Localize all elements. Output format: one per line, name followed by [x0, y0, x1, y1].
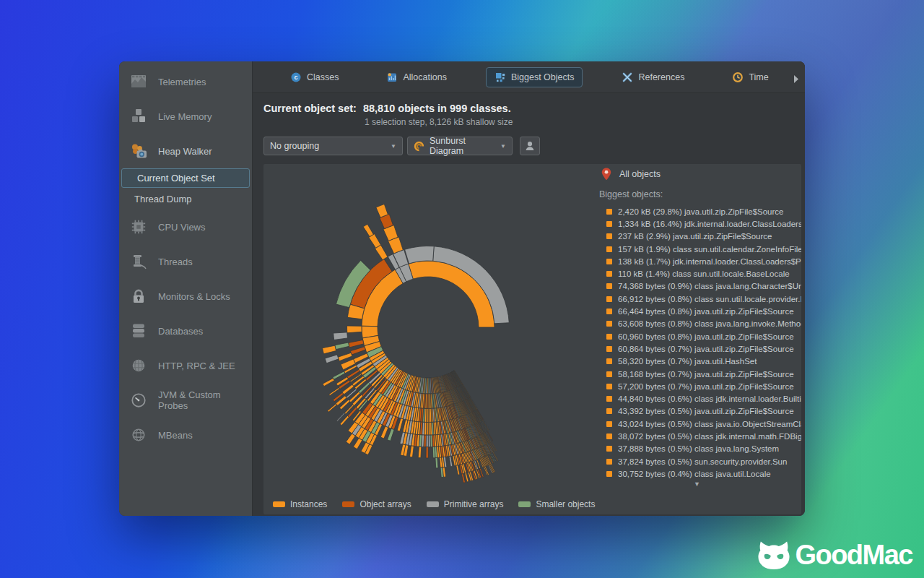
legend-label: Primitive arrays	[444, 499, 504, 509]
biggest-object-text: 37,888 bytes (0.5%) class java.lang.Syst…	[618, 444, 779, 453]
sidebar-item-label: Monitors & Locks	[158, 291, 230, 302]
cpu-views-icon	[129, 218, 148, 236]
orange-bullet-icon	[606, 296, 612, 302]
orange-bullet-icon	[606, 346, 612, 352]
allocations-icon	[386, 72, 398, 83]
tab-references[interactable]: References	[613, 67, 693, 87]
person-icon	[524, 140, 536, 152]
orange-bullet-icon	[606, 271, 612, 277]
tab-biggest-objects[interactable]: Biggest Objects	[486, 67, 583, 87]
time-icon	[732, 72, 744, 83]
tab-bar: cClassesAllocationsBiggest ObjectsRefere…	[253, 61, 805, 93]
grouping-select[interactable]: No grouping ▼	[263, 137, 403, 155]
biggest-object-row[interactable]: 37,888 bytes (0.5%) class java.lang.Syst…	[606, 443, 801, 455]
live-memory-icon	[129, 108, 148, 125]
view-mode-select[interactable]: Sunburst Diagram ▼	[407, 137, 513, 155]
biggest-object-row[interactable]: 60,960 bytes (0.8%) java.util.zip.ZipFil…	[606, 330, 801, 342]
orange-bullet-icon	[606, 334, 612, 340]
sidebar-item-http-rpc-jee[interactable]: HTTP, RPC & JEE	[119, 348, 252, 383]
biggest-object-row[interactable]: 30,752 bytes (0.4%) class java.util.Loca…	[606, 467, 801, 480]
sidebar-item-label: Thread Dump	[134, 194, 191, 204]
orange-bullet-icon	[606, 459, 612, 465]
sidebar-item-threads[interactable]: Threads	[119, 244, 252, 279]
databases-icon	[129, 322, 148, 340]
sidebar-item-monitors-locks[interactable]: Monitors & Locks	[119, 279, 252, 314]
legend-item-primitive-arrays: Primitive arrays	[427, 499, 504, 509]
biggest-object-row[interactable]: 237 kB (2.9%) java.util.zip.ZipFile$Sour…	[606, 230, 801, 243]
sidebar-item-label: Databases	[158, 326, 203, 337]
orange-bullet-icon	[606, 259, 612, 264]
biggest-object-text: 237 kB (2.9%) java.util.zip.ZipFile$Sour…	[618, 232, 772, 241]
view-mode-select-value: Sunburst Diagram	[430, 136, 489, 156]
tab-label: References	[638, 72, 684, 82]
sidebar-item-label: JVM & Custom Probes	[158, 389, 252, 411]
header-value: 88,810 objects in 999 classes.	[363, 103, 511, 114]
biggest-object-row[interactable]: 57,200 bytes (0.7%) java.util.zip.ZipFil…	[606, 380, 801, 392]
biggest-object-row[interactable]: 110 kB (1.4%) class sun.util.locale.Base…	[606, 267, 801, 280]
biggest-object-row[interactable]: 43,392 bytes (0.5%) java.util.zip.ZipFil…	[606, 405, 801, 418]
legend-label: Instances	[290, 499, 327, 509]
orange-bullet-icon	[606, 471, 612, 477]
biggest-object-row[interactable]: 66,464 bytes (0.8%) java.util.zip.ZipFil…	[606, 305, 801, 317]
biggest-object-row[interactable]: 44,840 bytes (0.6%) class jdk.internal.l…	[606, 392, 801, 405]
biggest-object-row[interactable]: 58,168 bytes (0.7%) java.util.zip.ZipFil…	[606, 368, 801, 380]
http-rpc-jee-icon	[129, 357, 148, 374]
sidebar-item-heap-walker[interactable]: Heap Walker	[119, 134, 252, 168]
biggest-object-row[interactable]: 63,608 bytes (0.8%) class java.lang.invo…	[606, 318, 801, 330]
biggest-object-row[interactable]: 58,320 bytes (0.7%) java.util.HashSet	[606, 355, 801, 368]
header-subtitle: 1 selection step, 8,126 kB shallow size	[365, 117, 805, 127]
telemetries-icon	[129, 73, 148, 90]
biggest-object-row[interactable]: 138 kB (1.7%) jdk.internal.loader.ClassL…	[606, 255, 801, 267]
biggest-object-row[interactable]: 74,368 bytes (0.9%) class java.lang.Char…	[606, 280, 801, 293]
biggest-object-text: 38,072 bytes (0.5%) class jdk.internal.m…	[618, 432, 801, 441]
biggest-object-row[interactable]: 1,334 kB (16.4%) jdk.internal.loader.Cla…	[606, 217, 801, 230]
biggest-object-row[interactable]: 60,864 bytes (0.7%) java.util.zip.ZipFil…	[606, 342, 801, 355]
biggest-object-row[interactable]: 157 kB (1.9%) class sun.util.calendar.Zo…	[606, 243, 801, 255]
tab-allocations[interactable]: Allocations	[378, 67, 455, 87]
threads-icon	[129, 253, 148, 270]
tab-classes[interactable]: cClasses	[282, 67, 347, 87]
header-label: Current object set:	[263, 103, 357, 114]
sidebar-item-live-memory[interactable]: Live Memory	[119, 99, 252, 134]
orange-bullet-icon	[606, 384, 612, 389]
goodmac-watermark: GoodMac	[757, 540, 912, 571]
use-selected-button[interactable]	[520, 137, 540, 155]
sidebar-subitem-thread-dump[interactable]: Thread Dump	[119, 188, 252, 210]
biggest-object-row[interactable]: 2,420 kB (29.8%) java.util.zip.ZipFile$S…	[606, 205, 801, 217]
svg-text:c: c	[294, 74, 297, 81]
biggest-object-row[interactable]: 66,912 bytes (0.8%) class sun.util.local…	[606, 293, 801, 305]
orange-bullet-icon	[606, 408, 612, 414]
biggest-object-text: 58,320 bytes (0.7%) java.util.HashSet	[618, 357, 757, 366]
sidebar-item-mbeans[interactable]: MBeans	[119, 418, 252, 452]
selection-marker-label: All objects	[619, 169, 661, 179]
tab-time[interactable]: Time	[723, 67, 777, 87]
tab-label: Time	[749, 72, 768, 82]
biggest-object-row[interactable]: 38,072 bytes (0.5%) class jdk.internal.m…	[606, 430, 801, 442]
mbeans-icon	[129, 426, 148, 444]
classes-icon: c	[290, 72, 302, 83]
biggest-object-text: 66,912 bytes (0.8%) class sun.util.local…	[618, 295, 801, 303]
biggest-object-row[interactable]: 37,824 bytes (0.5%) sun.security.provide…	[606, 455, 801, 467]
legend-item-object-arrays: Object arrays	[342, 499, 411, 509]
sidebar-subitem-current-object-set[interactable]: Current Object Set	[121, 168, 250, 188]
biggest-object-row[interactable]: 43,024 bytes (0.5%) class java.io.Object…	[606, 418, 801, 430]
sidebar-item-label: HTTP, RPC & JEE	[158, 361, 235, 371]
sidebar: TelemetriesLive MemoryHeap WalkerCurrent…	[119, 61, 253, 516]
list-more-indicator[interactable]: ▼	[694, 480, 700, 488]
sidebar-item-jvm-custom-probes[interactable]: JVM & Custom Probes	[119, 383, 252, 418]
sidebar-item-label: MBeans	[158, 430, 193, 441]
biggest-object-text: 60,864 bytes (0.7%) java.util.zip.ZipFil…	[618, 345, 794, 353]
biggest-object-text: 43,024 bytes (0.5%) class java.io.Object…	[618, 420, 801, 428]
heap-walker-icon	[129, 142, 148, 160]
sidebar-item-databases[interactable]: Databases	[119, 314, 252, 348]
tab-overflow-chevron-right-icon[interactable]	[793, 73, 798, 86]
biggest-object-text: 43,392 bytes (0.5%) java.util.zip.ZipFil…	[618, 407, 794, 415]
biggest-object-text: 74,368 bytes (0.9%) class java.lang.Char…	[618, 282, 801, 290]
legend-label: Object arrays	[359, 499, 411, 509]
legend-swatch-primitive_arrays	[427, 501, 439, 507]
legend-swatch-object_arrays	[342, 501, 354, 507]
legend-item-smaller-objects: Smaller objects	[518, 499, 595, 509]
sidebar-item-telemetries[interactable]: Telemetries	[119, 64, 252, 99]
sidebar-item-cpu-views[interactable]: CPU Views	[119, 210, 252, 244]
sidebar-item-label: Threads	[158, 256, 193, 267]
